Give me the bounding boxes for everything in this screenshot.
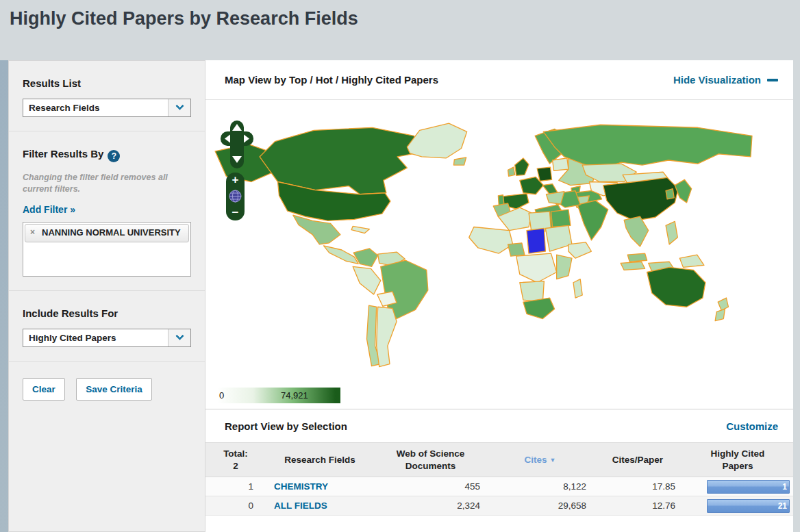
region-east-africa[interactable]: [557, 255, 572, 279]
legend-max: 74,921: [281, 390, 308, 401]
region-poland[interactable]: [553, 158, 568, 170]
column-header-highly-cited[interactable]: Highly Cited Papers: [682, 443, 793, 477]
report-view-header: Report View by Selection Customize: [205, 409, 793, 442]
include-results-value: Highly Cited Papers: [23, 333, 168, 343]
region-west-africa[interactable]: [469, 227, 513, 253]
region-japan[interactable]: [675, 179, 691, 203]
region-new-guinea[interactable]: [679, 255, 704, 267]
region-indochina[interactable]: [624, 216, 649, 246]
map-legend: 0 74,921: [216, 388, 340, 403]
table-row: 1 CHEMISTRY 455 8,122 17.85 1: [205, 477, 793, 496]
column-header-total: Total:2: [205, 443, 266, 477]
page-header: Highly Cited Papers by Research Fields: [0, 0, 800, 60]
map-zoom-control[interactable]: + −: [226, 173, 245, 220]
region-uk[interactable]: [515, 158, 529, 175]
region-peru[interactable]: [353, 266, 381, 294]
cites-value: 8,122: [487, 477, 593, 496]
include-results-dropdown[interactable]: Highly Cited Papers: [23, 329, 191, 347]
remove-filter-icon[interactable]: ×: [30, 227, 35, 238]
region-central-africa[interactable]: [516, 253, 557, 283]
row-rank: 1: [205, 477, 266, 496]
table-row: 0 ALL FIELDS 2,324 29,658 12.76 21: [205, 496, 793, 516]
highly-cited-bar: 21: [707, 499, 790, 513]
region-central-america[interactable]: [323, 246, 358, 264]
include-results-section: Include Results For Highly Cited Papers: [9, 291, 205, 362]
field-link[interactable]: ALL FIELDS: [274, 501, 327, 511]
globe-icon[interactable]: [229, 190, 242, 203]
save-criteria-button[interactable]: Save Criteria: [76, 378, 152, 401]
region-south-africa[interactable]: [523, 298, 555, 318]
legend-min: 0: [219, 390, 224, 401]
report-table: Total:2 Research Fields Web of Science D…: [205, 442, 793, 516]
filter-box: × NANNING NORMAL UNIVERSITY: [23, 222, 191, 277]
documents-value: 455: [374, 477, 487, 496]
row-rank: 0: [205, 496, 266, 516]
region-ethiopia[interactable]: [568, 242, 592, 258]
column-header-research-fields[interactable]: Research Fields: [266, 443, 374, 477]
page-title: Highly Cited Papers by Research Fields: [0, 0, 800, 29]
clear-button[interactable]: Clear: [23, 378, 65, 401]
column-header-cites[interactable]: Cites▼: [487, 443, 593, 477]
field-link[interactable]: CHEMISTRY: [274, 481, 328, 492]
map-view-header: Map View by Top / Hot / Highly Cited Pap…: [205, 60, 793, 100]
sidebar-buttons: Clear Save Criteria: [9, 362, 205, 414]
region-new-zealand-north[interactable]: [718, 298, 728, 310]
filter-note: Changing the filter field removes all cu…: [23, 172, 192, 195]
table-header-row: Total:2 Research Fields Web of Science D…: [205, 443, 793, 477]
column-header-documents[interactable]: Web of Science Documents: [374, 443, 487, 477]
dropdown-button[interactable]: [168, 99, 190, 116]
main-panel: Map View by Top / Hot / Highly Cited Pap…: [205, 60, 793, 532]
cites-per-paper-value: 12.76: [593, 496, 682, 516]
column-header-cites-per-paper[interactable]: Cites/Paper: [593, 443, 682, 477]
include-results-label: Include Results For: [23, 307, 192, 319]
results-list-label: Results List: [23, 77, 192, 89]
results-list-value: Research Fields: [23, 103, 168, 113]
region-egypt[interactable]: [551, 210, 571, 227]
region-nigeria[interactable]: [508, 243, 525, 256]
map-pan-control[interactable]: [221, 121, 253, 170]
sort-descending-icon: ▼: [550, 457, 556, 464]
region-india[interactable]: [577, 201, 608, 240]
cites-value: 29,658: [487, 496, 593, 516]
world-map[interactable]: [211, 116, 753, 384]
left-accent-strip: [0, 60, 8, 532]
region-sudan[interactable]: [545, 225, 572, 251]
map-area: + − 0 74,921: [205, 100, 793, 409]
region-cuba[interactable]: [351, 226, 369, 233]
results-list-section: Results List Research Fields: [9, 61, 205, 131]
add-filter-link[interactable]: Add Filter »: [23, 204, 75, 215]
zoom-in-button[interactable]: +: [232, 174, 239, 186]
filter-section: Filter Results By? Changing the filter f…: [9, 131, 205, 291]
region-germany[interactable]: [537, 167, 551, 181]
region-australia[interactable]: [647, 267, 705, 307]
filter-results-label: Filter Results By?: [23, 148, 192, 162]
cites-per-paper-value: 17.85: [593, 477, 682, 496]
region-argentina[interactable]: [377, 307, 397, 366]
zoom-out-button[interactable]: −: [232, 207, 239, 218]
sidebar: Results List Research Fields Filter Resu…: [8, 60, 205, 532]
region-ireland[interactable]: [508, 167, 515, 176]
region-south-korea[interactable]: [666, 189, 674, 199]
filter-tag-label: NANNING NORMAL UNIVERSITY: [42, 227, 181, 238]
hide-visualization-link[interactable]: Hide Visualization: [673, 74, 778, 86]
customize-link[interactable]: Customize: [726, 420, 778, 432]
region-greenland[interactable]: [407, 123, 466, 158]
report-view-title: Report View by Selection: [225, 420, 347, 432]
region-philippines[interactable]: [666, 221, 677, 244]
region-malaysia[interactable]: [627, 253, 647, 262]
region-iceland[interactable]: [453, 157, 466, 165]
minus-icon: [767, 79, 778, 81]
documents-value: 2,324: [374, 496, 487, 516]
region-indonesia-west[interactable]: [621, 262, 645, 270]
region-chad-selected[interactable]: [527, 229, 545, 254]
chevron-down-icon: [175, 331, 184, 340]
dropdown-button[interactable]: [168, 329, 190, 346]
region-new-zealand-south[interactable]: [715, 309, 725, 320]
highly-cited-bar: 1: [707, 480, 790, 494]
chevron-down-icon: [175, 101, 184, 110]
help-icon[interactable]: ?: [108, 150, 120, 162]
results-list-dropdown[interactable]: Research Fields: [23, 99, 191, 117]
map-view-title: Map View by Top / Hot / Highly Cited Pap…: [225, 74, 438, 86]
region-madagascar[interactable]: [573, 279, 582, 298]
filter-tag: × NANNING NORMAL UNIVERSITY: [25, 224, 189, 242]
